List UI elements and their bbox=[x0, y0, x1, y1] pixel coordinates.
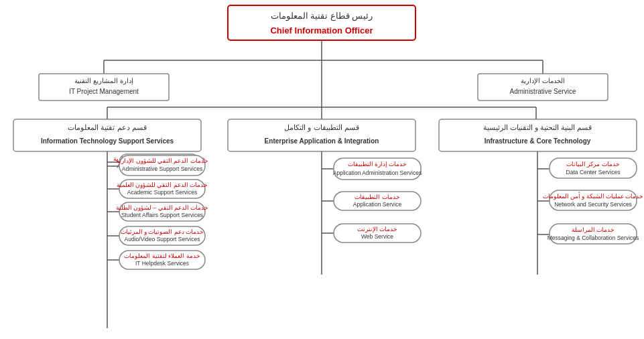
svg-text:Network and Security Services: Network and Security Services bbox=[554, 201, 632, 208]
svg-text:Infrastructure & Core Technolo: Infrastructure & Core Technology bbox=[485, 137, 591, 145]
svg-text:خدمات إدارة التطبيقات: خدمات إدارة التطبيقات bbox=[348, 161, 407, 168]
svg-text:Audio/Video  Support Services: Audio/Video Support Services bbox=[125, 236, 200, 243]
svg-text:Messaging & Collaboration Serv: Messaging & Collaboration Services bbox=[548, 234, 639, 241]
svg-text:Web Service: Web Service bbox=[361, 233, 393, 240]
svg-text:خدمات عمليات الشبكة و أمن المع: خدمات عمليات الشبكة و أمن المعلومات bbox=[543, 192, 644, 200]
svg-text:قسم البنية التحتية و التقنيات : قسم البنية التحتية و التقنيات الرئيسية bbox=[483, 123, 592, 132]
svg-text:Enterprise Application & Integ: Enterprise Application & Integration bbox=[265, 137, 379, 145]
svg-text:Data Center Services: Data Center Services bbox=[566, 169, 621, 176]
svg-text:خدمة العملاء لتقتية المعلومات: خدمة العملاء لتقتية المعلومات bbox=[124, 253, 200, 260]
svg-text:خدمات الدعم التقي للشؤون العلم: خدمات الدعم التقي للشؤون العلمية bbox=[117, 182, 208, 189]
svg-text:قسم التطبيقات و التكامل: قسم التطبيقات و التكامل bbox=[284, 123, 359, 132]
svg-text:Application Service: Application Service bbox=[353, 201, 402, 208]
svg-text:رئيس قطاع تقتية المعلومات: رئيس قطاع تقتية المعلومات bbox=[271, 11, 373, 21]
svg-text:الخدمات الإدارية: الخدمات الإدارية bbox=[521, 77, 565, 85]
svg-text:خدمات الدعم التقي – لشؤون الطل: خدمات الدعم التقي – لشؤون الطلبة bbox=[116, 204, 209, 212]
svg-text:خدمات دعم الصوتيات و المرئيات: خدمات دعم الصوتيات و المرئيات bbox=[121, 228, 204, 236]
svg-text:Student Affairs Support Servic: Student Affairs Support Services bbox=[121, 212, 203, 218]
svg-text:خدمات المراسلة: خدمات المراسلة bbox=[572, 226, 615, 234]
svg-text:Chief Information Officer: Chief Information Officer bbox=[270, 25, 373, 36]
svg-text:Administrative Support Service: Administrative Support Services bbox=[122, 165, 202, 172]
svg-text:Information Technology Support: Information Technology Support Services bbox=[41, 137, 174, 145]
svg-text:إدارة المشاريع التقنية: إدارة المشاريع التقنية bbox=[74, 77, 133, 85]
svg-text:Academic Support Services: Academic Support Services bbox=[127, 189, 197, 196]
svg-text:Application Administration Ser: Application Administration Services bbox=[333, 170, 422, 176]
svg-text:خدمات الدعم التقي للشؤون الإدا: خدمات الدعم التقي للشؤون الإدارية bbox=[116, 157, 208, 165]
svg-text:خدمات مركز البيانات: خدمات مركز البيانات bbox=[566, 161, 620, 168]
svg-text:IT Helpdesk Services: IT Helpdesk Services bbox=[135, 260, 189, 267]
svg-text:Administrative Service: Administrative Service bbox=[510, 88, 576, 95]
svg-text:خدمات التطبيقات: خدمات التطبيقات bbox=[355, 194, 399, 200]
svg-text:IT Project Management: IT Project Management bbox=[69, 88, 139, 95]
svg-text:خدمات الإنترنت: خدمات الإنترنت bbox=[357, 226, 397, 233]
svg-text:قسم دعم تقتية المعلومات: قسم دعم تقتية المعلومات bbox=[68, 123, 146, 132]
